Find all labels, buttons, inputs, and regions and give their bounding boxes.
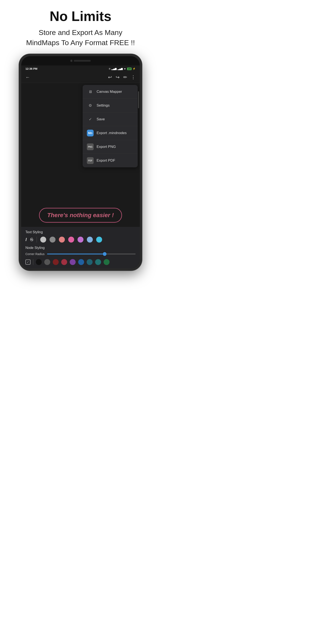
png-icon: PNG bbox=[87, 144, 94, 150]
menu-item-settings[interactable]: ⚙ Settings bbox=[82, 99, 138, 112]
back-button[interactable]: ← bbox=[26, 74, 30, 80]
text-color-pink[interactable] bbox=[68, 237, 74, 242]
node-color-dark-green[interactable] bbox=[104, 259, 110, 265]
charging-icon: ⚡ bbox=[132, 67, 136, 70]
mn-icon: Mn bbox=[87, 130, 94, 136]
node-color-dark-blue[interactable] bbox=[78, 259, 84, 265]
signal2-icon: ▂▄▆ bbox=[118, 67, 123, 70]
node-color-teal-dark[interactable] bbox=[87, 259, 92, 265]
node-color-teal[interactable] bbox=[95, 259, 101, 265]
more-button[interactable]: ⋮ bbox=[131, 74, 136, 80]
styling-panel: Text Styling I S Node Styling Corner bbox=[21, 227, 140, 268]
text-color-cyan[interactable] bbox=[96, 237, 102, 242]
text-color-light-gray[interactable] bbox=[40, 237, 46, 242]
scrollbar bbox=[138, 91, 139, 108]
gear-icon: ⚙ bbox=[87, 102, 94, 109]
text-color-salmon[interactable] bbox=[59, 237, 65, 242]
menu-item-export-png[interactable]: PNG Export PNG bbox=[82, 140, 138, 154]
toolbar-right: ↩ ↪ ✏ ⋮ bbox=[108, 74, 136, 80]
redo-button[interactable]: ↪ bbox=[116, 74, 120, 80]
app-content: 🖥 Canvas Mapper ⚙ Settings ✓ Save Mn Exp… bbox=[21, 83, 140, 202]
text-styling-title: Text Styling bbox=[26, 230, 136, 234]
phone-notch bbox=[21, 56, 140, 66]
menu-item-save[interactable]: ✓ Save bbox=[82, 112, 138, 126]
status-icons: ® ▂▄▆ ▂▄▆ ▼ 100 ⚡ bbox=[109, 67, 136, 70]
pdf-icon: PDF bbox=[87, 157, 94, 164]
phone-frame: 12:36 PM ® ▂▄▆ ▂▄▆ ▼ 100 ⚡ ← ↩ ↪ bbox=[19, 54, 142, 270]
node-color-row: ✓ bbox=[26, 259, 136, 265]
page-subtitle: Store and Export As ManyMindMaps To Any … bbox=[26, 28, 135, 48]
nothing-easier-bubble: There's nothing easier ! bbox=[39, 208, 122, 223]
text-color-purple[interactable] bbox=[78, 237, 84, 242]
node-color-black[interactable] bbox=[36, 259, 42, 265]
page-title: No Limits bbox=[26, 8, 135, 24]
menu-label-settings: Settings bbox=[96, 104, 110, 108]
menu-item-export-pdf[interactable]: PDF Export PDF bbox=[82, 154, 138, 167]
page-header: No Limits Store and Export As ManyMindMa… bbox=[13, 0, 148, 54]
slider-thumb bbox=[103, 252, 106, 256]
strikethrough-button[interactable]: S bbox=[30, 237, 33, 242]
phone-container: 12:36 PM ® ▂▄▆ ▂▄▆ ▼ 100 ⚡ ← ↩ ↪ bbox=[19, 54, 142, 270]
app-toolbar: ← ↩ ↪ ✏ ⋮ bbox=[21, 72, 140, 83]
node-color-crimson[interactable] bbox=[61, 259, 67, 265]
menu-label-canvas-mapper: Canvas Mapper bbox=[96, 90, 122, 94]
italic-button[interactable]: I bbox=[26, 237, 27, 242]
monitor-icon: 🖥 bbox=[87, 88, 94, 95]
node-color-divider bbox=[33, 259, 33, 265]
menu-label-export-mindnodes: Export .mindnodes bbox=[96, 131, 127, 135]
node-styling-title: Node Styling bbox=[26, 246, 136, 250]
checkbox-icon[interactable]: ✓ bbox=[26, 260, 30, 264]
signal-icon: ▂▄▆ bbox=[112, 67, 116, 70]
registered-icon: ® bbox=[109, 68, 110, 70]
node-color-dark-gray[interactable] bbox=[44, 259, 50, 265]
corner-radius-slider[interactable] bbox=[47, 254, 136, 254]
text-color-gray[interactable] bbox=[50, 237, 56, 242]
node-color-dark-purple[interactable] bbox=[70, 259, 76, 265]
corner-radius-label: Corner Radius bbox=[26, 252, 44, 256]
menu-item-canvas-mapper[interactable]: 🖥 Canvas Mapper bbox=[82, 85, 138, 99]
nothing-easier-container: There's nothing easier ! bbox=[21, 202, 140, 227]
edit-button[interactable]: ✏ bbox=[123, 74, 127, 80]
undo-button[interactable]: ↩ bbox=[108, 74, 112, 80]
check-icon: ✓ bbox=[87, 116, 94, 123]
status-bar: 12:36 PM ® ▂▄▆ ▂▄▆ ▼ 100 ⚡ bbox=[21, 66, 140, 72]
text-color-light-blue[interactable] bbox=[87, 237, 93, 242]
node-color-dark-red[interactable] bbox=[53, 259, 59, 265]
corner-radius-row: Corner Radius bbox=[26, 252, 136, 256]
notch-camera bbox=[70, 60, 72, 62]
status-time: 12:36 PM bbox=[26, 67, 37, 70]
menu-label-save: Save bbox=[96, 117, 105, 122]
menu-label-export-pdf: Export PDF bbox=[96, 158, 115, 163]
notch-speaker bbox=[74, 60, 91, 62]
text-style-row: I S bbox=[26, 237, 136, 242]
phone-inner: 12:36 PM ® ▂▄▆ ▂▄▆ ▼ 100 ⚡ ← ↩ ↪ bbox=[21, 56, 140, 268]
battery-indicator: 100 bbox=[127, 68, 132, 70]
toolbar-left: ← bbox=[26, 74, 30, 80]
menu-label-export-png: Export PNG bbox=[96, 145, 116, 149]
dropdown-menu: 🖥 Canvas Mapper ⚙ Settings ✓ Save Mn Exp… bbox=[82, 85, 138, 167]
menu-item-export-mindnodes[interactable]: Mn Export .mindnodes bbox=[82, 126, 138, 140]
wifi-icon: ▼ bbox=[124, 68, 126, 70]
